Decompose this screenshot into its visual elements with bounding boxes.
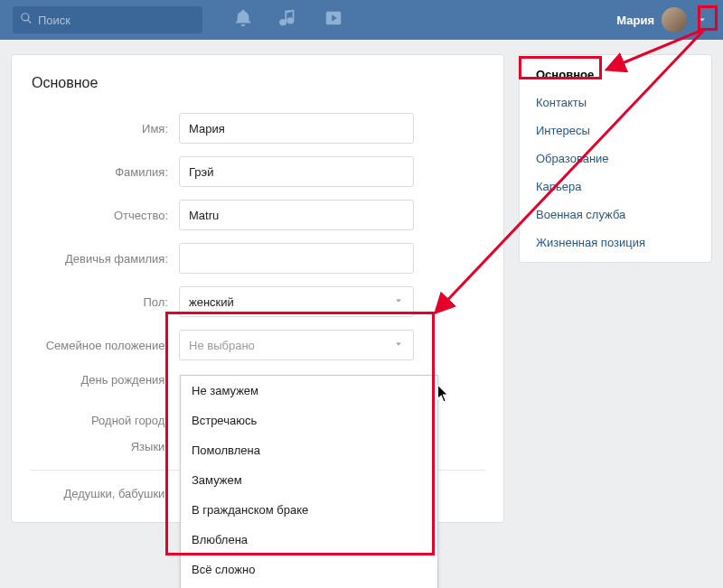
first-name-field[interactable]: [179, 113, 414, 144]
label-birthday: День рождения:: [30, 373, 179, 387]
music-icon[interactable]: [278, 8, 298, 32]
dd-item[interactable]: Не замужем: [181, 376, 437, 406]
row-maiden-name: Девичья фамилия:: [30, 243, 485, 274]
label-relationship: Семейное положение:: [30, 339, 179, 352]
topbar-icons: [233, 8, 343, 32]
maiden-name-field[interactable]: [179, 243, 414, 274]
dd-item[interactable]: Влюблена: [181, 525, 437, 555]
row-sex: Пол: женский: [30, 286, 485, 317]
label-first-name: Имя:: [30, 122, 179, 135]
bell-icon[interactable]: [233, 8, 253, 32]
page-title: Основное: [30, 71, 485, 113]
dd-item[interactable]: В активном поиске: [181, 584, 437, 588]
sidebar-item-basic[interactable]: Основное: [520, 61, 711, 89]
relationship-select[interactable]: Не выбрано: [179, 330, 414, 360]
search-wrap[interactable]: [13, 6, 202, 33]
sex-select[interactable]: женский: [179, 286, 414, 317]
sidebar-item-military[interactable]: Военная служба: [520, 201, 711, 229]
sidebar-item-contacts[interactable]: Контакты: [520, 89, 711, 117]
relationship-dropdown: Не замужем Встречаюсь Помолвлена Замужем…: [180, 375, 438, 588]
label-languages: Языки:: [30, 440, 179, 453]
topbar-user[interactable]: Мария: [616, 7, 710, 33]
dd-item[interactable]: Помолвлена: [181, 435, 437, 465]
relationship-dropdown-scroll[interactable]: Не замужем Встречаюсь Помолвлена Замужем…: [181, 376, 437, 588]
user-menu-chevron[interactable]: [694, 8, 710, 32]
row-middle-name: Отчество:: [30, 200, 485, 230]
chevron-down-icon: [393, 295, 404, 309]
last-name-field[interactable]: [179, 156, 414, 187]
sidebar-item-career[interactable]: Карьера: [520, 173, 711, 201]
dd-item[interactable]: В гражданском браке: [181, 495, 437, 525]
search-input[interactable]: [38, 14, 192, 27]
main-panel: Основное Имя: Фамилия: Отчество: Девичья…: [11, 54, 504, 523]
row-relationship: Семейное положение: Не выбрано: [30, 330, 485, 360]
user-name: Мария: [616, 14, 654, 27]
dd-item[interactable]: Встречаюсь: [181, 406, 437, 435]
dd-item[interactable]: Всё сложно: [181, 555, 437, 584]
sidebar-item-education[interactable]: Образование: [520, 145, 711, 173]
layout: Основное Имя: Фамилия: Отчество: Девичья…: [0, 40, 723, 523]
side-panel: Основное Контакты Интересы Образование К…: [519, 54, 712, 263]
row-first-name: Имя:: [30, 113, 485, 144]
label-sex: Пол:: [30, 295, 179, 309]
dd-item[interactable]: Замужем: [181, 465, 437, 495]
video-icon[interactable]: [324, 8, 343, 32]
chevron-down-icon: [393, 339, 404, 352]
middle-name-field[interactable]: [179, 200, 414, 230]
search-icon: [20, 12, 33, 28]
row-last-name: Фамилия:: [30, 156, 485, 187]
sidebar-item-life-position[interactable]: Жизненная позиция: [520, 229, 711, 257]
label-maiden-name: Девичья фамилия:: [30, 252, 179, 266]
label-last-name: Фамилия:: [30, 165, 179, 179]
label-middle-name: Отчество:: [30, 209, 179, 222]
label-hometown: Родной город:: [30, 414, 179, 427]
relationship-placeholder: Не выбрано: [189, 339, 255, 352]
sidebar-item-interests[interactable]: Интересы: [520, 117, 711, 145]
sex-value: женский: [189, 295, 234, 309]
topbar: Мария: [0, 0, 723, 40]
label-grandparents: Дедушки, бабушки:: [30, 487, 179, 500]
avatar: [662, 7, 687, 33]
